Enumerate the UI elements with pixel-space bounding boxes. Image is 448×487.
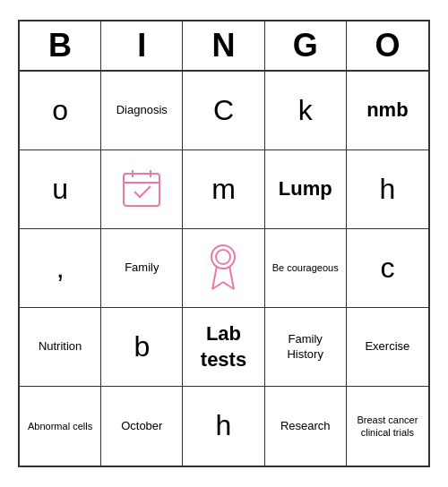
bingo-cell-r1c0: u xyxy=(20,150,101,229)
bingo-cell-r0c0: o xyxy=(20,72,101,150)
cell-text: nmb xyxy=(366,98,408,124)
header-letter: B xyxy=(20,21,101,70)
svg-rect-0 xyxy=(124,174,159,206)
cell-text: Lump xyxy=(279,176,332,202)
bingo-cell-r2c4: c xyxy=(347,229,428,308)
cell-text: Abnormal cells xyxy=(28,420,92,432)
bingo-cell-r4c1: October xyxy=(101,387,183,466)
cell-text: Family xyxy=(125,261,159,276)
bingo-cell-r1c2: m xyxy=(183,150,264,229)
cell-text: Breast cancer clinical trials xyxy=(350,414,425,440)
bingo-cell-r3c4: Exercise xyxy=(347,308,428,387)
cell-text: u xyxy=(52,171,68,209)
bingo-cell-r4c2: h xyxy=(183,387,264,466)
bingo-cell-r2c2 xyxy=(183,229,264,308)
cell-text: k xyxy=(298,92,313,130)
header-letter: I xyxy=(101,21,183,70)
bingo-cell-r4c0: Abnormal cells xyxy=(20,387,101,466)
bingo-cell-r4c4: Breast cancer clinical trials xyxy=(347,387,428,466)
bingo-cell-r3c1: b xyxy=(101,308,183,387)
cell-text: c xyxy=(380,250,394,287)
bingo-cell-r3c3: Family History xyxy=(265,308,347,387)
cell-text: , xyxy=(56,250,65,287)
bingo-cell-r0c1: Diagnosis xyxy=(101,72,183,150)
calendar-icon xyxy=(120,167,163,212)
bingo-cell-r2c3: Be courageous xyxy=(265,229,347,308)
bingo-grid: oDiagnosisCknmbu mLumph,Family xyxy=(20,72,428,466)
bingo-cell-r0c3: k xyxy=(265,72,347,150)
cell-text: Nutrition xyxy=(39,339,82,355)
cell-text: h xyxy=(216,407,232,445)
cell-text: h xyxy=(379,171,395,209)
svg-point-4 xyxy=(211,245,235,269)
cell-text: Lab tests xyxy=(186,321,260,372)
bingo-card: BINGO oDiagnosisCknmbu mLumph,Family xyxy=(18,20,430,467)
header-letter: O xyxy=(347,21,428,70)
bingo-cell-r3c0: Nutrition xyxy=(20,308,101,387)
cell-text: Be courageous xyxy=(272,261,339,274)
ribbon-icon xyxy=(203,243,243,294)
bingo-cell-r2c1: Family xyxy=(101,229,183,308)
svg-point-5 xyxy=(216,250,230,264)
bingo-cell-r4c3: Research xyxy=(265,387,347,466)
cell-text: C xyxy=(213,92,234,130)
cell-text: October xyxy=(121,419,162,434)
cell-text: b xyxy=(134,329,150,366)
bingo-cell-r1c1 xyxy=(101,150,183,229)
bingo-cell-r0c2: C xyxy=(183,72,264,150)
bingo-cell-r1c3: Lump xyxy=(265,150,347,229)
bingo-cell-r0c4: nmb xyxy=(347,72,428,150)
cell-text: Family History xyxy=(269,332,342,363)
cell-text: m xyxy=(211,171,236,209)
bingo-header: BINGO xyxy=(20,21,428,72)
bingo-cell-r1c4: h xyxy=(347,150,428,229)
cell-text: o xyxy=(52,92,68,130)
cell-text: Diagnosis xyxy=(116,103,168,118)
header-letter: N xyxy=(183,21,264,70)
header-letter: G xyxy=(265,21,347,70)
bingo-cell-r2c0: , xyxy=(20,229,101,308)
cell-text: Exercise xyxy=(365,339,409,355)
bingo-cell-r3c2: Lab tests xyxy=(183,308,264,387)
cell-text: Research xyxy=(280,419,331,434)
